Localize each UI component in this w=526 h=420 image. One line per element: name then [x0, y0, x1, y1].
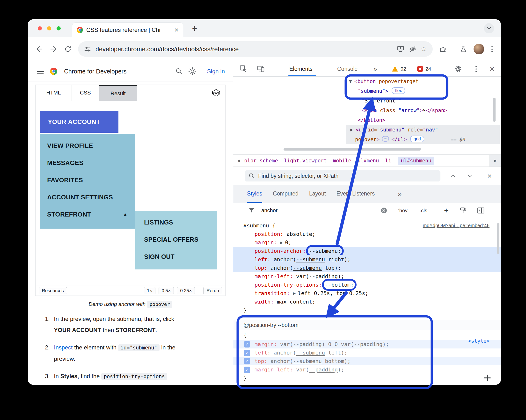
traffic-light-maximize[interactable]: [57, 26, 61, 30]
devtools-settings-button[interactable]: [455, 61, 462, 76]
warnings-count[interactable]: ! 92: [392, 61, 406, 76]
find-next-button[interactable]: [465, 171, 475, 181]
prop-transition[interactable]: transition:▶left 0.25s, top 0.25s;: [233, 289, 501, 298]
dock-sidebar-button[interactable]: [477, 203, 485, 218]
submenu-item-sign-out[interactable]: SIGN OUT: [135, 248, 217, 265]
extensions-puzzle-icon[interactable]: [439, 45, 447, 53]
flex-badge[interactable]: flex: [392, 87, 405, 94]
back-button[interactable]: [35, 45, 43, 53]
prop-position-try-options[interactable]: position-try-options:--bottom;: [233, 280, 501, 289]
prop-margin-left[interactable]: margin-left:var(--padding);: [233, 272, 501, 280]
expand-value-icon[interactable]: ▶: [293, 289, 296, 298]
prop-margin[interactable]: margin:▶0;: [233, 238, 501, 247]
errors-count[interactable]: 24: [417, 61, 431, 76]
property-checkbox[interactable]: ✓: [244, 350, 250, 356]
devtools-tab-console[interactable]: Console: [337, 66, 357, 72]
eye-off-icon[interactable]: [409, 45, 416, 53]
tab-styles[interactable]: Styles: [247, 185, 262, 203]
filter-clear-button[interactable]: [380, 203, 387, 218]
devtools-menu-button[interactable]: [475, 61, 478, 76]
submenu-item-listings[interactable]: LISTINGS: [135, 214, 217, 231]
collapsed-children-icon[interactable]: ⋯: [382, 136, 389, 142]
resources-button[interactable]: Resources: [39, 287, 67, 294]
tab-layout[interactable]: Layout: [309, 185, 326, 203]
property-checkbox[interactable]: ✓: [244, 341, 250, 348]
rule-selector[interactable]: #submenu {mdYdpOM?ani…pe=embed:46: [233, 221, 501, 230]
prop-top[interactable]: top:anchor(--submenu top);: [233, 264, 501, 272]
position-try-header[interactable]: @position-try --bottom: [233, 320, 501, 330]
tree-line-span-arrow[interactable]: <span class="arrow">➤</span>: [346, 106, 500, 115]
tab-search-button[interactable]: [484, 23, 494, 33]
tab-event-listeners[interactable]: Event Listeners: [336, 185, 375, 203]
try-prop-left[interactable]: ✓left:anchor(--submenu left);: [233, 349, 501, 357]
menu-item-favorites[interactable]: FAVORITES: [40, 171, 135, 189]
prop-position[interactable]: position:absolute;: [233, 230, 501, 238]
browser-menu-kebab-icon[interactable]: [490, 45, 494, 53]
rerun-button[interactable]: Rerun: [203, 287, 222, 294]
tree-row-ul-submenu-close[interactable]: popover>⋯</ul>grid== $0: [346, 135, 500, 144]
more-tabs-icon[interactable]: »: [374, 65, 377, 73]
crumb-ul-submenu[interactable]: ul#submenu: [398, 157, 434, 165]
speed-1x-button[interactable]: 1×: [144, 287, 155, 294]
tree-line-button-open[interactable]: ▼<button popovertarget=: [346, 77, 500, 86]
find-close-button[interactable]: ×: [485, 171, 494, 181]
menu-item-storefront[interactable]: STOREFRONT ▲: [40, 206, 135, 223]
tab-result[interactable]: Result: [99, 85, 137, 101]
stylesheet-source-link[interactable]: mdYdpOM?ani…pe=embed:46: [423, 221, 489, 230]
forward-button[interactable]: [50, 45, 58, 53]
filter-query[interactable]: anchor: [261, 207, 277, 214]
crumb-scroll-left-icon[interactable]: ◀: [237, 159, 240, 163]
toggle-hover-button[interactable]: :hov: [398, 208, 408, 213]
new-tab-button[interactable]: +: [189, 23, 200, 34]
prop-left[interactable]: left:anchor(--submenu right);: [233, 255, 501, 264]
prop-position-anchor[interactable]: position-anchor:--submenu;: [233, 247, 501, 255]
try-prop-top[interactable]: ✓top:anchor(--submenu bottom);: [233, 357, 501, 365]
vertical-scrollbar[interactable]: [493, 98, 496, 122]
add-rule-plus-button[interactable]: +: [484, 370, 491, 385]
traffic-light-close[interactable]: [38, 26, 42, 30]
inspect-element-button[interactable]: [240, 61, 247, 76]
find-previous-button[interactable]: [448, 171, 458, 181]
grid-badge[interactable]: grid: [410, 136, 424, 142]
site-brand[interactable]: Chrome for Developers: [64, 68, 170, 75]
crumb-body-class[interactable]: olor-scheme--light.viewport--mobile: [244, 158, 352, 164]
menu-item-account-settings[interactable]: ACCOUNT SETTINGS: [40, 189, 135, 206]
prop-width[interactable]: width:max-content;: [233, 298, 501, 306]
constructed-style-link[interactable]: <style>: [468, 338, 489, 344]
expand-closed-icon[interactable]: ▶: [350, 125, 355, 135]
tree-row-ul-submenu[interactable]: ▶<ul id="submenu" role="nav": [346, 125, 500, 135]
menu-item-view-profile[interactable]: VIEW PROFILE: [40, 137, 135, 154]
expand-value-icon[interactable]: ▶: [280, 239, 283, 247]
devtools-close-button[interactable]: ×: [489, 61, 495, 76]
your-account-button[interactable]: YOUR ACCOUNT: [40, 111, 118, 133]
hamburger-menu-icon[interactable]: [36, 68, 45, 75]
crumb-ul-menu[interactable]: ul#menu: [357, 158, 379, 164]
search-icon[interactable]: [175, 67, 183, 75]
devtools-tab-elements[interactable]: Elements: [289, 66, 313, 72]
tab-close-icon[interactable]: ×: [174, 26, 179, 34]
tree-line-button-close[interactable]: </button>: [346, 115, 500, 125]
property-checkbox[interactable]: ✓: [244, 358, 250, 364]
site-settings-icon[interactable]: [84, 45, 91, 53]
sign-in-link[interactable]: Sign in: [207, 68, 225, 75]
install-icon[interactable]: [397, 45, 405, 53]
styles-scrollbar[interactable]: [497, 223, 499, 254]
new-style-rule-button[interactable]: +: [444, 206, 449, 215]
device-toolbar-button[interactable]: [257, 61, 265, 76]
codepen-icon[interactable]: [212, 89, 221, 97]
inspect-link[interactable]: Inspect: [54, 344, 72, 351]
horizontal-scrollbar[interactable]: [283, 148, 421, 150]
property-checkbox[interactable]: ✓: [244, 367, 250, 373]
find-input[interactable]: Find by string, selector, or XPath: [245, 170, 440, 181]
theme-sun-icon[interactable]: [188, 67, 197, 75]
profile-avatar[interactable]: [474, 44, 484, 54]
rendering-emulation-button[interactable]: [460, 203, 467, 218]
browser-tab[interactable]: CSS features reference | Chr ×: [72, 22, 183, 37]
tab-css[interactable]: CSS: [72, 85, 99, 101]
tab-computed[interactable]: Computed: [273, 185, 299, 203]
toggle-class-button[interactable]: .cls: [420, 208, 427, 213]
url-bar[interactable]: developer.chrome.com/docs/devtools/css/r…: [78, 41, 433, 57]
reload-button[interactable]: [64, 45, 72, 53]
try-prop-margin-left[interactable]: ✓margin-left:var(--padding);: [233, 365, 501, 374]
tree-line-button-attr[interactable]: "submenu">flex: [346, 86, 500, 96]
